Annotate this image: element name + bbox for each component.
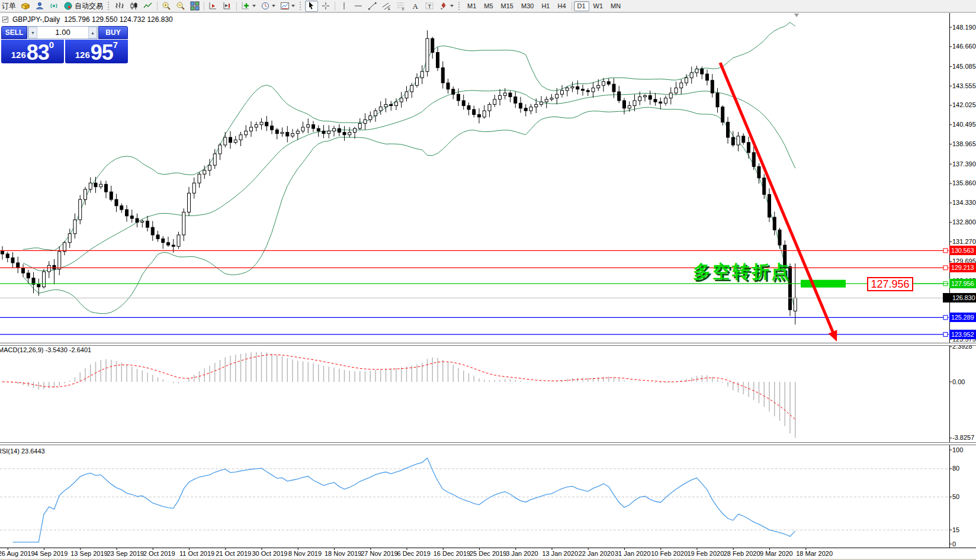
bar-chart-button[interactable] xyxy=(113,1,126,12)
turning-point-annotation[interactable]: 多空转折点 xyxy=(693,262,791,281)
text-label-button[interactable]: T xyxy=(423,1,436,12)
cursor-button[interactable] xyxy=(305,1,318,12)
chevron-down-icon xyxy=(291,5,295,7)
toolbar-grip[interactable] xyxy=(458,2,461,10)
svg-text:T: T xyxy=(428,4,432,9)
market-watch-button[interactable] xyxy=(19,1,32,12)
price-axis-tick: 132.800 xyxy=(952,218,976,226)
line-chart-icon xyxy=(143,1,153,11)
new-order-button[interactable]: 新订单 xyxy=(1,1,18,12)
bar-chart-icon xyxy=(115,1,124,11)
macd-axis-tick: 0.00 xyxy=(952,378,965,385)
timeframe-toolbar: M1M5M15M30H1H4D1W1MN xyxy=(464,1,624,11)
zoom-out-icon xyxy=(176,1,185,11)
clock-icon xyxy=(261,1,270,11)
volume-increase-button[interactable]: ▲ xyxy=(88,27,97,38)
date-axis-label: 19 Feb 2020 xyxy=(688,550,724,557)
volume-input[interactable]: 1.00 xyxy=(37,27,88,38)
price-axis-tick: 148.190 xyxy=(952,24,976,31)
date-axis-label: 27 Nov 2019 xyxy=(361,550,397,557)
date-axis-label: 22 Jan 2020 xyxy=(579,550,615,557)
highlight-bar xyxy=(801,280,846,288)
toolbar-grip[interactable] xyxy=(300,2,302,10)
macd-label: MACD(12,26,9) -3.5430 -2.6401 xyxy=(0,346,91,353)
price-axis-tick: 134.330 xyxy=(952,199,976,206)
user-icon xyxy=(35,1,44,11)
buy-button[interactable]: BUY xyxy=(98,26,128,39)
timeframe-button-mn[interactable]: MN xyxy=(607,1,624,11)
price-axis-tick: 138.965 xyxy=(952,140,976,147)
tile-windows-button[interactable] xyxy=(188,1,201,12)
vertical-line-button[interactable] xyxy=(338,1,351,12)
date-axis-label: 25 Dec 2019 xyxy=(470,550,506,557)
price-axis-tick: 143.555 xyxy=(952,82,976,89)
buy-price-small: 126 xyxy=(75,50,90,60)
date-axis-label: 9 Mar 2020 xyxy=(760,550,793,557)
timeframe-button-d1[interactable]: D1 xyxy=(574,1,589,11)
chart-shift-button[interactable] xyxy=(221,1,234,12)
book-icon xyxy=(21,1,30,11)
trendline-icon xyxy=(368,1,377,11)
channel-button[interactable]: E xyxy=(380,1,393,12)
line-chart-button[interactable] xyxy=(142,1,155,12)
periods-button[interactable] xyxy=(259,1,277,12)
candlestick-chart-button[interactable] xyxy=(127,1,140,12)
crosshair-button[interactable] xyxy=(319,1,332,12)
chevron-down-icon xyxy=(272,5,275,7)
buy-price-sup: 7 xyxy=(113,40,118,50)
rsi-splitter[interactable] xyxy=(0,442,976,445)
sell-price-sup: 0 xyxy=(49,40,54,50)
timeframe-button-m30[interactable]: M30 xyxy=(518,1,537,11)
accounts-button[interactable] xyxy=(33,1,46,12)
buy-price-panel[interactable]: 126 95 7 xyxy=(65,40,128,63)
toolbar-separator xyxy=(204,2,204,11)
arrows-button[interactable] xyxy=(437,1,455,12)
timeframe-button-m5[interactable]: M5 xyxy=(480,1,496,11)
chart-ohlc-values: 125.796 129.550 124.732 126.830 xyxy=(64,15,173,24)
chart-shift-icon xyxy=(223,1,232,11)
autotrade-button[interactable]: 自动交易 xyxy=(62,1,105,12)
timeframe-button-w1[interactable]: W1 xyxy=(590,1,607,11)
price-axis-tick: 135.860 xyxy=(952,179,976,186)
indicators-button[interactable] xyxy=(239,1,258,12)
signals-button[interactable] xyxy=(47,1,60,12)
price-tag-127.956: 127.956 xyxy=(949,279,976,288)
zoom-out-button[interactable] xyxy=(174,1,187,12)
timeframe-button-h1[interactable]: H1 xyxy=(538,1,553,11)
candlestick-chart-icon xyxy=(129,1,139,11)
price-tag-130.563: 130.563 xyxy=(949,246,976,255)
toolbar-separator xyxy=(572,2,572,11)
timeframe-button-h4[interactable]: H4 xyxy=(554,1,569,11)
rsi-line xyxy=(13,458,795,542)
date-axis-label: 21 Oct 2019 xyxy=(216,550,251,557)
horizontal-line-button[interactable] xyxy=(352,1,365,12)
new-order-label: 新订单 xyxy=(1,1,16,11)
price-tag-125.289: 125.289 xyxy=(949,313,976,322)
text-icon: A xyxy=(410,1,420,11)
price-axis-tick: 145.085 xyxy=(952,63,976,70)
macd-splitter[interactable] xyxy=(0,343,976,346)
text-label-icon: T xyxy=(425,1,434,11)
svg-text:F: F xyxy=(402,7,404,11)
add-indicator-icon xyxy=(241,1,251,11)
toolbar-grip[interactable] xyxy=(108,2,110,10)
date-axis-label: 18 Nov 2019 xyxy=(325,550,361,557)
templates-button[interactable] xyxy=(278,1,297,12)
zoom-in-button[interactable] xyxy=(160,1,173,12)
chart-canvas[interactable] xyxy=(0,0,976,560)
text-button[interactable]: A xyxy=(409,1,422,12)
sell-button[interactable]: SELL xyxy=(1,26,27,39)
date-axis-label: 28 Feb 2020 xyxy=(724,550,760,557)
volume-decrease-button[interactable]: ▼ xyxy=(28,27,37,38)
date-axis-label: 10 Feb 2020 xyxy=(651,550,688,557)
timeframe-button-m15[interactable]: M15 xyxy=(497,1,517,11)
buy-price-big: 95 xyxy=(91,44,113,62)
fibonacci-button[interactable]: F xyxy=(394,1,407,12)
trendline-button[interactable] xyxy=(366,1,379,12)
auto-scroll-button[interactable] xyxy=(207,1,220,12)
rsi-axis-tick: 0 xyxy=(952,540,956,548)
timeframe-button-m1[interactable]: M1 xyxy=(464,1,480,11)
sell-price-panel[interactable]: 126 83 0 xyxy=(1,40,64,63)
price-callout-box[interactable]: 127.956 xyxy=(867,277,913,291)
autotrade-label: 自动交易 xyxy=(75,1,103,11)
